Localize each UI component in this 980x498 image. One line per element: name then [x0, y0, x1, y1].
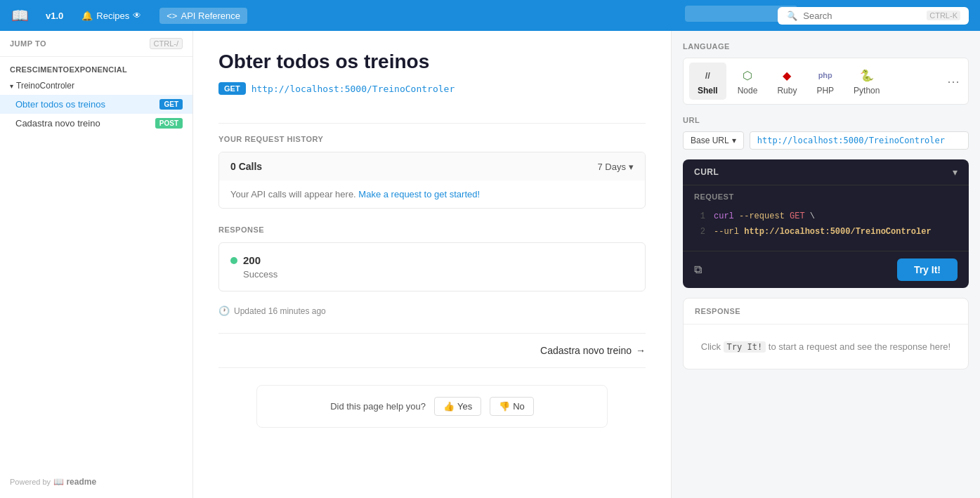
curl-title: CURL [694, 167, 719, 177]
updated-row: 🕐 Updated 16 minutes ago [218, 306, 646, 316]
request-history-box: 0 Calls 7 Days ▾ Your API calls will app… [218, 152, 646, 209]
sidebar-item-obter[interactable]: Obter todos os treinos GET [0, 95, 192, 114]
curl-footer: ⧉ Try It! [683, 251, 969, 288]
next-nav: Cadastra novo treino → [218, 333, 646, 368]
page-title: Obter todos os treinos [218, 51, 646, 73]
language-tabs: // Shell ⬡ Node ◆ Ruby php PHP 🐍 Python … [683, 58, 969, 105]
no-label: No [513, 401, 525, 412]
curl-box: CURL ▾ REQUEST 1 curl --request GET \ 2 [683, 159, 969, 288]
no-button[interactable]: 👎 No [490, 397, 534, 416]
main-content: Obter todos os treinos GET http://localh… [193, 31, 671, 498]
curl-line-2: 2 --url http://localhost:5000/TreinoCont… [694, 225, 958, 240]
api-ref-nav-item[interactable]: <> API Reference [159, 8, 247, 24]
lang-tab-python[interactable]: 🐍 Python [845, 63, 888, 100]
language-section-label: LANGUAGE [683, 42, 969, 51]
lang-tab-ruby[interactable]: ◆ Ruby [769, 63, 805, 100]
request-history-header: 0 Calls 7 Days ▾ [219, 152, 645, 181]
php-label: PHP [816, 86, 834, 96]
yes-button[interactable]: 👍 Yes [434, 397, 481, 416]
readme-logo: 📖 readme [53, 477, 96, 487]
yes-label: Yes [457, 401, 472, 412]
recipes-label: Recipes [96, 11, 129, 21]
try-it-button[interactable]: Try It! [897, 258, 958, 281]
lang-tab-php[interactable]: php PHP [808, 63, 842, 100]
jump-to-bar[interactable]: JUMP TO CTRL-/ [0, 31, 192, 57]
response-box: 200 Success [218, 242, 646, 291]
sidebar-item-obter-label: Obter todos os treinos [15, 99, 105, 110]
method-badge: GET [218, 82, 246, 95]
url-section-label: URL [683, 116, 969, 124]
curl-request-flag: --request [739, 211, 790, 221]
next-page-link[interactable]: Cadastra novo treino → [540, 345, 646, 356]
response-hint-suffix: to start a request and see the response … [769, 341, 950, 352]
response-status: 200 [230, 254, 634, 266]
sidebar-item-cadastra-badge: POST [155, 118, 183, 129]
response-panel-body: Click Try It! to start a request and see… [684, 325, 968, 369]
curl-method: GET [790, 211, 805, 221]
sidebar-item-cadastra[interactable]: Cadastra novo treino POST [0, 114, 192, 133]
response-hint-text: Click [701, 341, 721, 352]
url-display: http://localhost:5000/TreinoControler [750, 131, 969, 150]
copy-button[interactable]: ⧉ [694, 263, 702, 276]
group-title[interactable]: TreinoControler [0, 77, 192, 95]
jump-to-label: JUMP TO [10, 39, 46, 48]
curl-line-1: 1 curl --request GET \ [694, 209, 958, 225]
days-label: 7 Days [598, 162, 626, 172]
next-arrow-icon: → [636, 345, 646, 356]
curl-line-2-text: --url http://localhost:5000/TreinoContro… [714, 225, 932, 240]
curl-line-1-text: curl --request GET \ [714, 209, 815, 225]
php-icon: php [817, 67, 834, 84]
request-history-body: Your API calls will appear here. Make a … [219, 181, 645, 208]
more-languages-icon[interactable]: ⋯ [944, 71, 962, 92]
node-icon: ⬡ [739, 67, 756, 84]
response-panel-header: RESPONSE [684, 299, 968, 325]
line-num-1: 1 [694, 209, 705, 225]
ruby-label: Ruby [777, 86, 797, 96]
shell-label: Shell [698, 86, 718, 96]
calls-count: 0 Calls [230, 161, 262, 172]
history-link[interactable]: Make a request to get started! [358, 189, 480, 199]
python-icon: 🐍 [858, 67, 875, 84]
status-text: Success [230, 269, 634, 280]
ruby-icon: ◆ [778, 67, 795, 84]
top-nav: 📖 v1.0 🔔 Recipes 👁 <> API Reference ▾ 🔍 … [0, 0, 980, 31]
clock-icon: 🕐 [218, 306, 230, 316]
endpoint-badge: GET http://localhost:5000/TreinoControle… [218, 82, 455, 95]
main-layout: JUMP TO CTRL-/ CRESCIMENTOEXPONENCIAL Tr… [0, 31, 980, 498]
lang-tab-shell[interactable]: // Shell [689, 63, 726, 100]
response-hint-code: Try It! [724, 341, 766, 353]
curl-code: 1 curl --request GET \ 2 --url http://lo… [683, 205, 969, 251]
lang-tab-node[interactable]: ⬡ Node [729, 63, 766, 100]
status-code: 200 [243, 254, 261, 266]
curl-chevron-icon[interactable]: ▾ [953, 166, 958, 178]
sidebar: JUMP TO CTRL-/ CRESCIMENTOEXPONENCIAL Tr… [0, 31, 193, 498]
search-input[interactable] [803, 11, 921, 21]
days-selector[interactable]: 7 Days ▾ [598, 162, 634, 172]
updated-label: Updated 16 minutes ago [234, 306, 326, 316]
copy-icon: ⧉ [694, 263, 702, 275]
logo-icon: 📖 [11, 7, 29, 24]
search-bar[interactable]: 🔍 CTRL-K [778, 7, 969, 25]
search-shortcut: CTRL-K [927, 11, 960, 20]
days-chevron-icon: ▾ [629, 162, 634, 172]
shell-icon: // [699, 67, 716, 84]
url-row: Base URL ▾ http://localhost:5000/TreinoC… [683, 131, 969, 150]
powered-by: Powered by 📖 readme [0, 466, 192, 498]
sidebar-item-cadastra-label: Cadastra novo treino [15, 118, 100, 129]
recipes-icon: 🔔 [81, 11, 93, 21]
section-title: CRESCIMENTOEXPONENCIAL [0, 57, 192, 77]
powered-by-text: Powered by [10, 478, 51, 486]
curl-url-flag: --url [714, 227, 744, 237]
request-history-label: YOUR REQUEST HISTORY [218, 135, 646, 143]
recipes-nav-item[interactable]: 🔔 Recipes 👁 [74, 8, 148, 24]
next-page-label: Cadastra novo treino [540, 345, 632, 356]
line-num-2: 2 [694, 225, 705, 240]
curl-backslash: \ [810, 211, 815, 221]
api-ref-icon: <> [166, 11, 177, 21]
node-label: Node [738, 86, 758, 96]
api-ref-label: API Reference [181, 11, 240, 21]
base-url-button[interactable]: Base URL ▾ [683, 131, 744, 150]
curl-url-value: http://localhost:5000/TreinoControler [744, 227, 931, 237]
curl-request-label: REQUEST [683, 185, 969, 205]
top-nav-dropdown[interactable]: ▾ [685, 6, 797, 22]
